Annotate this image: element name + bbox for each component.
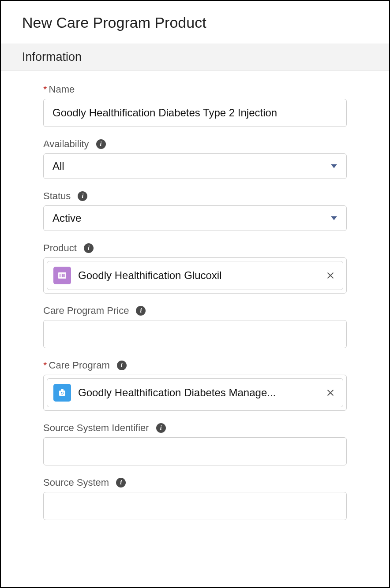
svg-rect-4 [64,274,64,277]
care-program-lookup-text: Goodly Healthification Diabetes Manage..… [78,387,321,399]
status-value: Active [52,212,81,224]
info-icon[interactable]: i [84,243,94,253]
svg-rect-1 [60,274,60,277]
close-icon[interactable] [324,387,337,399]
label-care-program-text: Care Program [49,360,110,371]
info-icon[interactable]: i [156,423,166,433]
care-program-icon [53,384,71,402]
label-product-text: Product [43,242,77,254]
label-product: Product i [43,242,347,254]
care-program-price-input[interactable] [43,320,347,348]
availability-select-wrap: All [43,153,347,179]
source-system-identifier-input[interactable] [43,437,347,465]
status-select-wrap: Active [43,205,347,231]
svg-rect-9 [61,389,64,391]
svg-rect-2 [61,274,62,277]
product-lookup[interactable]: Goodly Healthification Glucoxil [43,257,347,294]
field-status: Status i Active [43,190,347,231]
care-program-lookup[interactable]: Goodly Healthification Diabetes Manage..… [43,375,347,411]
svg-rect-3 [62,274,63,277]
label-source-system: Source System i [43,477,347,488]
info-icon[interactable]: i [78,191,87,201]
field-care-program-price: Care Program Price i [43,305,347,348]
source-system-input[interactable] [43,492,347,520]
info-icon[interactable]: i [96,139,106,149]
info-icon[interactable]: i [117,361,127,370]
label-availability: Availability i [43,138,347,150]
svg-rect-12 [61,393,63,394]
availability-value: All [52,160,64,172]
form-body: * Name Availability i All Status i Activ… [1,71,389,540]
label-status-text: Status [43,190,71,202]
close-icon[interactable] [324,269,337,282]
field-product: Product i Goodly Healthification Glucoxi… [43,242,347,294]
svg-rect-5 [64,274,65,277]
field-care-program: * Care Program i Goodly Healthification … [43,360,347,411]
label-care-program-price: Care Program Price i [43,305,347,316]
info-icon[interactable]: i [136,306,146,316]
label-care-program-price-text: Care Program Price [43,305,129,316]
field-name: * Name [43,84,347,127]
label-name-text: Name [49,84,75,95]
product-lookup-pill: Goodly Healthification Glucoxil [47,261,343,290]
required-marker: * [43,84,47,95]
care-program-lookup-pill: Goodly Healthification Diabetes Manage..… [47,378,343,407]
info-icon[interactable]: i [116,478,126,488]
label-source-system-identifier: Source System Identifier i [43,422,347,434]
field-source-system: Source System i [43,477,347,520]
label-source-system-identifier-text: Source System Identifier [43,422,149,434]
section-header-information: Information [1,44,389,71]
product-icon [53,267,71,284]
product-lookup-text: Goodly Healthification Glucoxil [78,269,321,282]
required-marker: * [43,360,47,371]
status-select[interactable]: Active [43,205,347,231]
label-status: Status i [43,190,347,202]
availability-select[interactable]: All [43,153,347,179]
label-availability-text: Availability [43,138,89,150]
label-source-system-text: Source System [43,477,109,488]
label-name: * Name [43,84,347,95]
field-availability: Availability i All [43,138,347,179]
page-title: New Care Program Product [1,1,389,44]
field-source-system-identifier: Source System Identifier i [43,422,347,465]
label-care-program: * Care Program i [43,360,347,371]
name-input[interactable] [43,99,347,127]
